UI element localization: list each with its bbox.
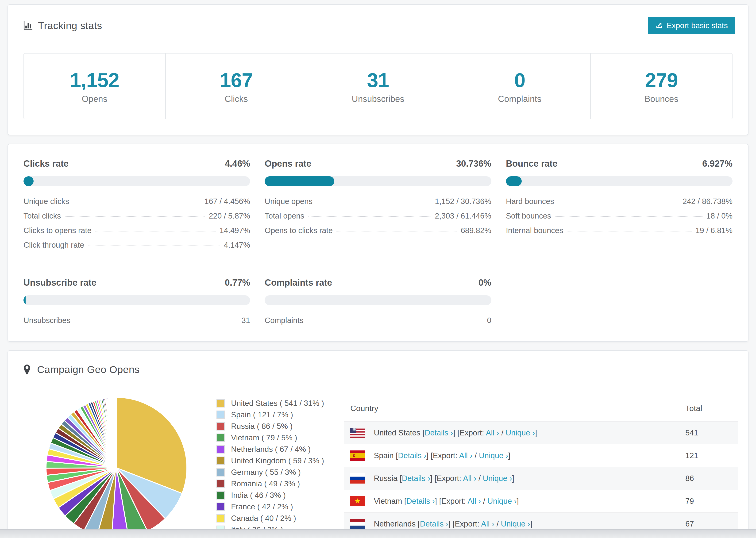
bracket: ] [ bbox=[449, 519, 455, 528]
rate-title: Complaints rate bbox=[265, 278, 332, 288]
geo-table-header: Country Total bbox=[344, 395, 738, 421]
stat-value: 1,152 bbox=[70, 69, 119, 92]
slash: / bbox=[476, 474, 483, 483]
geo-legend: United States ( 541 / 31% )Spain ( 121 /… bbox=[216, 399, 324, 538]
vn-flag-icon bbox=[350, 496, 365, 506]
detail-label: Hard bounces bbox=[506, 197, 554, 206]
detail-label: Unsubscribes bbox=[24, 316, 71, 325]
export-unique-link-ru[interactable]: Unique › bbox=[483, 474, 512, 483]
country-name: United States bbox=[374, 428, 420, 437]
stat-label: Opens bbox=[82, 94, 107, 104]
campaign-geo-opens-card: Campaign Geo Opens United States ( 541 /… bbox=[8, 350, 748, 538]
page-title: Tracking stats bbox=[38, 20, 102, 31]
legend-label: India ( 46 / 3% ) bbox=[231, 491, 286, 500]
legend-item-vietnam: Vietnam ( 79 / 5% ) bbox=[216, 433, 324, 442]
rate-block-unsubscribe-rate: Unsubscribe rate0.77%Unsubscribes31 bbox=[24, 278, 250, 325]
map-pin-icon bbox=[23, 364, 31, 375]
bracket: ] bbox=[508, 451, 511, 460]
details-link-es[interactable]: Details › bbox=[398, 451, 426, 460]
legend-swatch bbox=[216, 514, 225, 522]
legend-label: Vietnam ( 79 / 5% ) bbox=[231, 433, 297, 442]
rate-block-header: Complaints rate0% bbox=[265, 278, 491, 288]
export-unique-link-nl[interactable]: Unique › bbox=[501, 519, 530, 528]
detail-label: Soft bounces bbox=[506, 211, 551, 220]
bracket: ] bbox=[517, 497, 519, 506]
export-unique-link-es[interactable]: Unique › bbox=[479, 451, 508, 460]
country-cell: United States [Details ›] [Export: All ›… bbox=[374, 428, 685, 437]
detail-value: 242 / 86.738% bbox=[682, 197, 732, 206]
legend-label: Germany ( 55 / 3% ) bbox=[231, 468, 301, 477]
bracket: [ bbox=[420, 428, 424, 437]
country-cell: Russia [Details ›] [Export: All › / Uniq… bbox=[374, 474, 685, 483]
table-row: Spain [Details ›] [Export: All › / Uniqu… bbox=[344, 444, 738, 467]
stat-value: 31 bbox=[367, 69, 389, 92]
dashboard: Tracking stats Export basic stats 1,152O… bbox=[0, 0, 756, 538]
legend-item-romania: Romania ( 49 / 3% ) bbox=[216, 479, 324, 488]
rate-block-clicks-rate: Clicks rate4.46%Unique clicks167 / 4.456… bbox=[24, 159, 250, 249]
slash: / bbox=[481, 497, 487, 506]
bracket: ] [ bbox=[435, 497, 441, 506]
country-cell: Spain [Details ›] [Export: All › / Uniqu… bbox=[374, 451, 685, 460]
export-all-link-nl[interactable]: All › bbox=[481, 519, 495, 528]
country-name: Spain bbox=[374, 451, 394, 460]
summary-stat-unsubscribes: 31Unsubscribes bbox=[307, 54, 449, 119]
table-row: Russia [Details ›] [Export: All › / Uniq… bbox=[344, 467, 738, 490]
rate-block-complaints-rate: Complaints rate0%Complaints0 bbox=[265, 278, 491, 325]
export-unique-link-vn[interactable]: Unique › bbox=[487, 497, 517, 506]
legend-label: Canada ( 40 / 2% ) bbox=[231, 514, 296, 523]
rate-detail-row: Soft bounces18 / 0% bbox=[506, 211, 732, 220]
dotted-leader bbox=[307, 321, 483, 321]
rate-detail-row: Internal bounces19 / 6.81% bbox=[506, 226, 732, 235]
details-link-ru[interactable]: Details › bbox=[402, 474, 430, 483]
rate-detail-row: Unique clicks167 / 4.456% bbox=[24, 197, 250, 206]
legend-item-united-kingdom: United Kingdom ( 59 / 3% ) bbox=[216, 456, 324, 465]
export-basic-stats-button[interactable]: Export basic stats bbox=[648, 17, 735, 34]
export-all-link-ru[interactable]: All › bbox=[463, 474, 476, 483]
details-link-vn[interactable]: Details › bbox=[406, 497, 435, 506]
stat-value: 279 bbox=[645, 69, 678, 92]
export-unique-link-us[interactable]: Unique › bbox=[506, 428, 535, 437]
detail-value: 220 / 5.87% bbox=[209, 211, 250, 220]
detail-label: Internal bounces bbox=[506, 226, 563, 235]
dotted-leader bbox=[95, 231, 216, 232]
rate-title: Unsubscribe rate bbox=[24, 278, 96, 288]
detail-label: Unique clicks bbox=[24, 197, 69, 206]
nl-flag-icon bbox=[350, 519, 365, 529]
summary-stat-opens: 1,152Opens bbox=[24, 54, 166, 119]
rate-value: 0.77% bbox=[225, 278, 250, 288]
legend-label: Spain ( 121 / 7% ) bbox=[231, 410, 293, 419]
detail-value: 0 bbox=[487, 316, 491, 325]
country-name: Russia bbox=[374, 474, 398, 483]
rate-detail-row: Unique opens1,152 / 30.736% bbox=[265, 197, 491, 206]
pie-slice-other-49[interactable] bbox=[116, 398, 117, 468]
stat-label: Unsubscribes bbox=[352, 94, 404, 104]
dotted-leader bbox=[74, 321, 238, 321]
export-label: Export: bbox=[433, 451, 459, 460]
progress-bar bbox=[24, 176, 250, 186]
detail-value: 1,152 / 30.736% bbox=[435, 197, 491, 206]
total-cell: 79 bbox=[685, 497, 738, 506]
rate-detail-rows: Unique clicks167 / 4.456%Total clicks220… bbox=[24, 197, 250, 249]
column-header-total: Total bbox=[685, 404, 738, 413]
progress-bar-fill bbox=[24, 295, 26, 305]
bottom-scroll-band[interactable] bbox=[0, 529, 756, 538]
export-all-link-es[interactable]: All › bbox=[459, 451, 472, 460]
stat-label: Complaints bbox=[498, 94, 541, 104]
rate-detail-row: Clicks to opens rate14.497% bbox=[24, 226, 250, 235]
stat-value: 0 bbox=[514, 69, 525, 92]
rate-block-bounce-rate: Bounce rate6.927%Hard bounces242 / 86.73… bbox=[506, 159, 732, 249]
export-all-link-us[interactable]: All › bbox=[486, 428, 499, 437]
export-all-link-vn[interactable]: All › bbox=[467, 497, 481, 506]
bracket: ] bbox=[535, 428, 537, 437]
legend-label: Romania ( 49 / 3% ) bbox=[231, 479, 300, 488]
legend-label: United States ( 541 / 31% ) bbox=[231, 399, 324, 408]
dotted-leader bbox=[567, 231, 692, 232]
country-cell: Vietnam [Details ›] [Export: All › / Uni… bbox=[374, 497, 685, 506]
details-link-us[interactable]: Details › bbox=[425, 428, 453, 437]
detail-label: Click through rate bbox=[24, 241, 84, 249]
rate-value: 4.46% bbox=[225, 159, 250, 169]
legend-label: France ( 42 / 2% ) bbox=[231, 502, 293, 511]
details-link-nl[interactable]: Details › bbox=[420, 519, 449, 528]
detail-value: 167 / 4.456% bbox=[204, 197, 250, 206]
legend-swatch bbox=[216, 480, 225, 488]
